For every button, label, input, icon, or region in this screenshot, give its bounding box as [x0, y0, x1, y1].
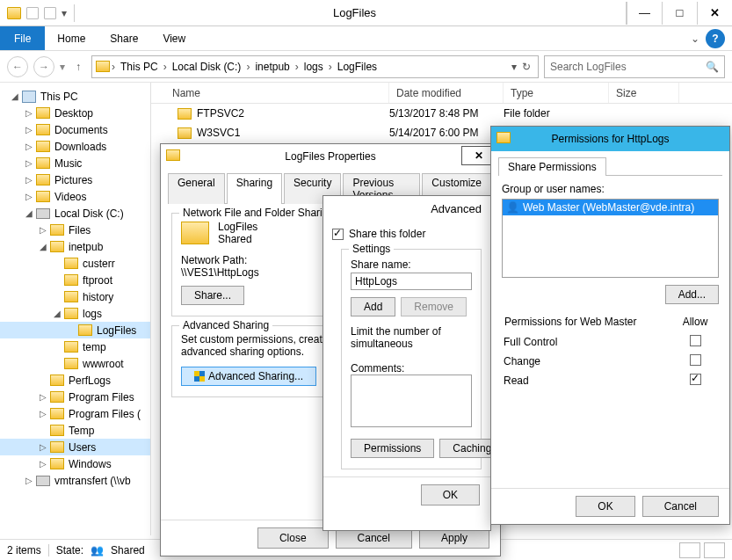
qat-button-1[interactable] [26, 7, 39, 19]
crumb-logs[interactable]: logs [301, 61, 327, 73]
folder-icon [64, 341, 78, 353]
tree-downloads[interactable]: Downloads [53, 141, 106, 153]
perm-ok-button[interactable]: OK [576, 496, 634, 517]
tree-users[interactable]: Users [67, 441, 96, 454]
col-size[interactable]: Size [609, 83, 679, 103]
history-dropdown[interactable]: ▾ [60, 61, 65, 73]
change-checkbox[interactable] [690, 354, 701, 366]
close-button[interactable]: ✕ [697, 2, 732, 25]
advanced-sharing-button[interactable]: Advanced Sharing... [181, 367, 316, 386]
tree-videos[interactable]: Videos [53, 191, 86, 203]
folder-icon [50, 441, 64, 453]
tree-progfiles[interactable]: Program Files [67, 391, 134, 404]
address-dropdown-icon[interactable]: ▾ [511, 61, 517, 73]
share-name-input[interactable] [351, 273, 472, 290]
tree-temp2[interactable]: Temp [67, 425, 94, 437]
tree-temp[interactable]: temp [81, 341, 106, 353]
folder-icon [78, 324, 92, 336]
tree-drive[interactable]: Local Disk (C:) [53, 207, 124, 220]
help-button[interactable]: ? [706, 29, 725, 48]
tree-music[interactable]: Music [53, 157, 82, 170]
tab-sharing[interactable]: Sharing [227, 173, 282, 204]
search-box[interactable]: Search LogFiles 🔍 [544, 55, 725, 78]
qat-button-2[interactable] [44, 7, 56, 19]
allow-header: Allow [673, 315, 717, 331]
folder-icon [64, 358, 78, 369]
add-share-button[interactable]: Add [351, 297, 395, 316]
col-name[interactable]: Name [165, 83, 389, 103]
tree-history[interactable]: history [81, 291, 113, 303]
full-control-checkbox[interactable] [690, 335, 701, 346]
tree-progfilesx[interactable]: Program Files ( [67, 408, 141, 420]
tab-share-permissions[interactable]: Share Permissions [498, 157, 606, 176]
share-status: Shared [218, 233, 257, 245]
folder-icon [50, 224, 64, 236]
tab-general[interactable]: General [168, 173, 225, 204]
users-listbox[interactable]: 👤 Web Master (WebMaster@vde.intra) [502, 199, 719, 278]
perm-cancel-button[interactable]: Cancel [642, 496, 719, 517]
status-state: Shared [111, 544, 145, 556]
tree-desktop[interactable]: Desktop [53, 107, 93, 120]
shield-icon [194, 371, 205, 382]
tree-vmtransfert[interactable]: vmtransfert (\\vb [53, 475, 131, 487]
tree-custerr[interactable]: custerr [81, 258, 115, 270]
folder-icon [178, 127, 192, 139]
folder-icon [181, 222, 209, 244]
app-icon [7, 7, 21, 19]
status-state-label: State: [56, 544, 83, 556]
crumb-logfiles[interactable]: LogFiles [334, 61, 380, 73]
permissions-button[interactable]: Permissions [351, 439, 434, 458]
folder-icon [50, 425, 64, 436]
view-tab[interactable]: View [150, 26, 198, 50]
tree-windows[interactable]: Windows [67, 458, 112, 470]
perm-dialog-title: Permissions for HttpLogs [551, 133, 669, 145]
selected-user[interactable]: 👤 Web Master (WebMaster@vde.intra) [503, 200, 718, 215]
remove-share-button[interactable]: Remove [401, 297, 467, 316]
share-folder-checkbox[interactable] [332, 229, 344, 240]
crumb-inetpub[interactable]: inetpub [251, 61, 293, 73]
read-checkbox[interactable] [690, 374, 701, 385]
folder-icon [50, 375, 64, 386]
adv-ok-button[interactable]: OK [421, 484, 480, 505]
comments-input[interactable] [351, 375, 472, 427]
list-item[interactable]: FTPSVC2 5/13/2017 8:48 PM File folder [151, 104, 732, 123]
ribbon-expand[interactable]: ⌄ [685, 26, 706, 50]
tree-pictures[interactable]: Pictures [53, 174, 92, 186]
col-type[interactable]: Type [504, 83, 609, 103]
minimize-button[interactable]: — [627, 2, 662, 25]
tree-inetpub[interactable]: inetpub [67, 241, 103, 253]
folder-icon [50, 408, 64, 419]
refresh-icon[interactable]: ↻ [522, 61, 531, 73]
up-button[interactable]: ↑ [70, 61, 86, 73]
tree-logs[interactable]: logs [81, 308, 102, 320]
user-icon: 👤 [506, 201, 519, 214]
tree-perflogs[interactable]: PerfLogs [67, 375, 111, 387]
share-tab[interactable]: Share [98, 26, 150, 50]
forward-button[interactable]: → [33, 56, 54, 77]
tree-logfiles[interactable]: LogFiles [95, 324, 136, 337]
back-button[interactable]: ← [7, 56, 28, 77]
tree-ftproot[interactable]: ftproot [81, 274, 112, 287]
share-button[interactable]: Share... [181, 286, 244, 305]
tree-thispc[interactable]: This PC [39, 91, 78, 103]
props-close-button[interactable]: Close [257, 527, 329, 549]
advanced-sharing-dialog: Advanced Share this folder Settings Shar… [323, 195, 491, 531]
qat-dropdown[interactable]: ▾ [62, 7, 67, 19]
col-date[interactable]: Date modified [389, 83, 504, 103]
share-name-label: Share name: [351, 258, 472, 271]
file-tab[interactable]: File [0, 26, 45, 50]
tree-documents[interactable]: Documents [53, 124, 108, 136]
crumb-thispc[interactable]: This PC [117, 61, 162, 73]
crumb-drive[interactable]: Local Disk (C:) [169, 61, 245, 73]
view-large-button[interactable] [704, 542, 725, 558]
folder-icon [36, 191, 50, 202]
group-advanced-sharing: Advanced Sharing [179, 319, 272, 331]
navigation-tree[interactable]: ◢This PC ▷Desktop ▷Documents ▷Downloads … [0, 83, 151, 535]
view-details-button[interactable] [679, 542, 700, 558]
add-user-button[interactable]: Add... [665, 285, 719, 304]
maximize-button[interactable]: □ [662, 2, 697, 25]
address-bar[interactable]: › This PC› Local Disk (C:)› inetpub› log… [91, 55, 539, 78]
tree-wwwroot[interactable]: wwwroot [81, 358, 124, 370]
home-tab[interactable]: Home [45, 26, 98, 50]
tree-files[interactable]: Files [67, 224, 91, 236]
